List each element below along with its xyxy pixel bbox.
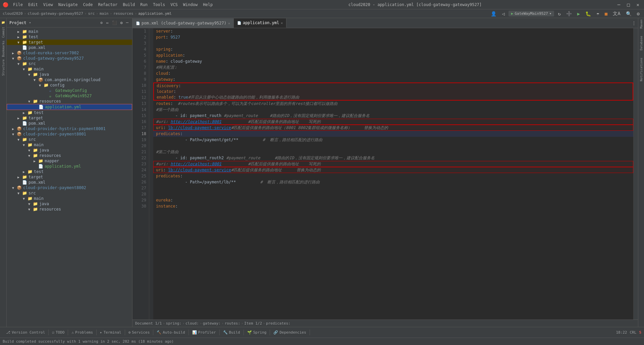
menu-navigate[interactable]: Navigate [56, 2, 80, 8]
tree-item-resources2[interactable]: ▼ 📁 resources [7, 153, 132, 158]
tree-item-src2[interactable]: ▼ 📁 src [7, 137, 132, 142]
code-content[interactable]: server: port: 9527 spring: application: … [153, 28, 633, 320]
tree-item-mapper[interactable]: ▶ 📁 mapper [7, 158, 132, 164]
status-tab-autobuild[interactable]: 🔨 Auto-build [153, 330, 189, 335]
tree-item-test3[interactable]: ▶ 📁 test [7, 169, 132, 174]
tree-item-target3[interactable]: ▶ 📁 target [7, 174, 132, 180]
menu-build[interactable]: Build [121, 2, 137, 8]
status-tab-problems[interactable]: ⚠ Problems [68, 330, 97, 335]
tree-item-test[interactable]: ▶ 📁 test [7, 34, 132, 40]
tree-item-java2[interactable]: ▼ 📁 java [7, 148, 132, 153]
menu-help[interactable]: Help [201, 2, 215, 8]
path-cloud[interactable]: cloud: [185, 321, 199, 326]
path-spring[interactable]: spring: [166, 321, 181, 326]
panel-close-icon[interactable]: ─ [125, 20, 129, 26]
breadcrumb-cloud2020[interactable]: cloud2020 [3, 11, 23, 16]
status-tab-terminal[interactable]: ▸ Terminal [97, 330, 125, 335]
bookmarks-icon[interactable]: Bookmarks [2, 41, 5, 57]
panel-settings-icon[interactable]: ⚙ [119, 20, 124, 26]
menu-view[interactable]: View [41, 2, 55, 8]
tree-item-java[interactable]: ▼ 📁 java [7, 72, 132, 77]
minimap[interactable] [633, 28, 638, 320]
tree-item-src[interactable]: ▼ 📁 src [7, 61, 132, 66]
tree-item-test2[interactable]: ▶ 📁 test [7, 110, 132, 115]
breadcrumb-module[interactable]: cloud-gateway-gateway9527 [28, 11, 83, 16]
menu-vcs[interactable]: VCS [168, 2, 180, 8]
breadcrumb-resources[interactable]: resources [113, 11, 133, 16]
maximize-button[interactable]: □ [625, 2, 632, 7]
tree-item-payment8001[interactable]: ▼ 📦 cloud-provider-payment8001 [7, 131, 132, 137]
tree-item-package[interactable]: ▼ 📦 com.angenin.springcloud [7, 77, 132, 82]
path-predicates[interactable]: predicates: [266, 321, 290, 326]
tree-item-java3[interactable]: ▼ 📁 java [7, 201, 132, 207]
debug-icon[interactable]: 🐛 [584, 10, 593, 17]
tree-item-gatewaymain[interactable]: ▶ ☕ GateWayMain9527 [7, 93, 132, 99]
tree-item-pom2[interactable]: ▶ 📄 pom.xml [7, 121, 132, 126]
tree-item-hystrix[interactable]: ▶ 📦 cloud-provider-hystrix-payment8001 [7, 126, 132, 131]
structure-icon[interactable]: Structure [2, 59, 5, 76]
commit-icon[interactable]: Commit [2, 27, 5, 38]
tree-item-resources3[interactable]: ▼ 📁 resources [7, 207, 132, 212]
menu-file[interactable]: File [11, 2, 25, 8]
maven-icon[interactable]: Maven [640, 19, 643, 28]
profile-icon[interactable]: 👤 [489, 10, 498, 17]
breadcrumb-file[interactable]: application.yml [138, 11, 171, 16]
back-icon[interactable]: ◁ [500, 10, 506, 17]
status-tab-services[interactable]: ⚙ Services [125, 330, 154, 335]
tree-item-gateway[interactable]: ▼ 📦 cloud-gateway-gateway9527 [7, 56, 132, 61]
breadcrumb-main[interactable]: main [100, 11, 109, 16]
menu-refactor[interactable]: Refactor [96, 2, 119, 8]
tabs-menu-button[interactable]: ⋮ [630, 18, 638, 28]
tab-pom[interactable]: 📄 pom.xml (cloud-gateway-gateway9527) ✕ [132, 18, 234, 28]
path-doc[interactable]: Document 1/1 [135, 321, 162, 326]
collapse-all-icon[interactable]: ⬛ [111, 20, 118, 26]
close-button[interactable]: ✕ [635, 2, 641, 7]
tab-appyml-close[interactable]: ✕ [281, 21, 283, 25]
run-config-selector[interactable]: ▶ GateWayMain9527 ▾ [508, 11, 554, 16]
coverage-icon[interactable]: ☂ [595, 10, 601, 17]
path-gateway[interactable]: gateway: [203, 321, 221, 326]
menu-run[interactable]: Run [138, 2, 150, 8]
search-icon[interactable]: 🔍 [624, 10, 633, 17]
settings-icon[interactable]: ⚙ [635, 10, 641, 17]
path-routes[interactable]: routes: [225, 321, 240, 326]
tree-item-main2[interactable]: ▼ 📁 main [7, 66, 132, 72]
tree-item-main[interactable]: ▶ 📁 main [7, 29, 132, 34]
translate-icon[interactable]: 文A [611, 10, 622, 18]
tree-item-resources[interactable]: ▼ 📁 resources [7, 99, 132, 104]
menu-edit[interactable]: Edit [26, 2, 40, 8]
tree-item-pom3[interactable]: ▶ 📄 pom.xml [7, 180, 132, 185]
tree-item-payment8002[interactable]: ▼ 📦 cloud-provider-payment8002 [7, 185, 132, 190]
tree-item-src3[interactable]: ▼ 📁 src [7, 190, 132, 196]
tree-item-appyml[interactable]: ▶ 📄 application.yml [7, 104, 132, 110]
menu-tools[interactable]: Tools [151, 2, 167, 8]
status-tab-vcs[interactable]: ⎇ Version Control [3, 330, 49, 335]
tree-item-eureka[interactable]: ▶ 📦 cloud-eureka-server7002 [7, 50, 132, 56]
tree-item-appyml2[interactable]: ▶ 📄 application.yml [7, 164, 132, 169]
menu-window[interactable]: Window [181, 2, 200, 8]
tree-item-pom[interactable]: ▶ 📄 pom.xml [7, 45, 132, 50]
tree-item-main4[interactable]: ▼ 📁 main [7, 196, 132, 201]
status-tab-deps[interactable]: 🔗 Dependencies [270, 330, 310, 335]
status-tab-spring[interactable]: 🌱 Spring [244, 330, 270, 335]
status-tab-todo[interactable]: ☑ TODO [49, 330, 68, 335]
minimize-button[interactable]: ─ [615, 2, 622, 7]
tab-pom-close[interactable]: ✕ [228, 21, 230, 25]
notifications-icon[interactable]: Notifications [640, 58, 643, 81]
locate-icon[interactable]: ⊙ [99, 20, 104, 26]
expand-all-icon[interactable]: ⇔ [105, 20, 109, 26]
menu-code[interactable]: Code [81, 2, 95, 8]
tree-item-main3[interactable]: ▼ 📁 main [7, 142, 132, 148]
breadcrumb-src[interactable]: src [88, 11, 95, 16]
status-tab-profiler[interactable]: 📊 Profiler [189, 330, 220, 335]
stop-icon[interactable]: ■ [603, 10, 609, 17]
add-config-icon[interactable]: ➕ [565, 10, 574, 17]
status-tab-build[interactable]: 🔧 Build [220, 330, 244, 335]
tree-item-gatewayconfig[interactable]: ▶ ☕ GatewayConfig [7, 88, 132, 93]
tree-item-target2[interactable]: ▶ 📁 target [7, 115, 132, 121]
path-item[interactable]: Item 1/2 [244, 321, 262, 326]
refresh-icon[interactable]: ↻ [556, 10, 562, 17]
tree-item-config[interactable]: ▼ 📁 config [7, 82, 132, 88]
tree-item-target[interactable]: ▼ 📁 target [7, 40, 132, 45]
database-icon[interactable]: Database [640, 36, 643, 50]
